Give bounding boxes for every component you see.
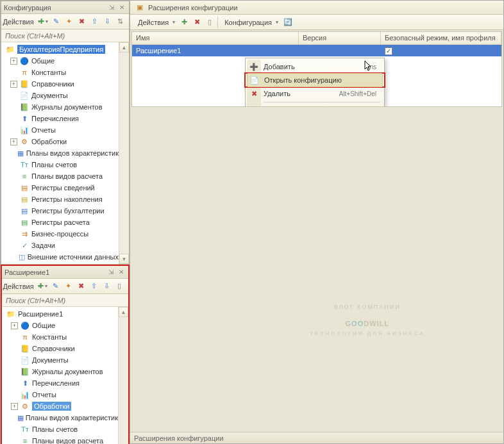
actions-dropdown[interactable]: Действия: [4, 15, 37, 28]
panel1-tree[interactable]: 📁БухгалтерияПредприятия+🔵ОбщиеπКонстанты…: [1, 42, 119, 264]
tree-label: Документы: [31, 92, 68, 99]
tree-item[interactable]: ⇉Бизнес-процессы: [1, 228, 119, 240]
tree-item[interactable]: 📗Журналы документов: [1, 101, 119, 113]
tree-item[interactable]: +🔵Общие: [1, 55, 119, 67]
panel2-header: Расширение1 ⇲ ✕: [2, 266, 128, 279]
add-button[interactable]: ✚: [36, 280, 49, 293]
tree-item[interactable]: ✓Задачи: [1, 240, 119, 251]
safe-checkbox[interactable]: ✓: [385, 47, 392, 55]
delete-button[interactable]: ✖: [74, 280, 87, 293]
tree-label: Планы видов характеристик: [26, 149, 119, 157]
wand-button[interactable]: ✦: [62, 15, 75, 28]
item-icon: ⚙: [19, 137, 29, 146]
edit-button[interactable]: ✎: [49, 15, 62, 28]
table-row[interactable]: Расширение1 ✓: [132, 45, 501, 56]
down-button[interactable]: ⇩: [101, 15, 113, 28]
scroll-down-icon[interactable]: ▼: [119, 254, 129, 264]
expand-icon[interactable]: +: [10, 58, 17, 65]
scroll-up-icon[interactable]: ▲: [119, 307, 128, 317]
col-name[interactable]: Имя: [132, 32, 299, 44]
open-button[interactable]: ▯: [203, 16, 216, 29]
tree-item[interactable]: ▤Регистры расчета: [1, 217, 119, 228]
menu-label: Удалить: [264, 90, 339, 97]
tree-item[interactable]: ≡Планы видов расчета: [2, 435, 118, 444]
sort-button[interactable]: ⇅: [113, 15, 126, 28]
tree-item[interactable]: ▤Регистры бухгалтерии: [1, 205, 119, 217]
panel1-close-icon[interactable]: ✕: [117, 3, 126, 12]
item-icon: 📗: [20, 367, 30, 376]
tree-label: Внешние источники данных: [28, 253, 119, 261]
tree-label: Регистры накопления: [31, 195, 103, 203]
tree-item[interactable]: +📒Справочники: [1, 78, 119, 90]
expand-icon[interactable]: +: [11, 322, 18, 329]
actions-dropdown[interactable]: Действия: [4, 280, 36, 293]
item-icon: ▤: [19, 218, 29, 227]
tree-item[interactable]: ⬆Перечисления: [2, 377, 118, 389]
tree-item[interactable]: ТтПланы счетов: [2, 423, 118, 435]
menu-shortcut: Alt+Shift+Del: [339, 90, 376, 97]
bottom-tab[interactable]: Расширения конфигурации: [130, 432, 503, 443]
panel1-search[interactable]: [1, 29, 129, 42]
tree-item[interactable]: ТтПланы счетов: [1, 159, 119, 170]
tree-item[interactable]: +⚙Обработки: [2, 400, 118, 412]
item-icon: Тт: [20, 425, 30, 434]
tree-item[interactable]: πКонстанты: [1, 67, 119, 78]
tree-item[interactable]: 📒Справочники: [2, 343, 118, 354]
menu-item[interactable]: 📄Открыть конфигурацию: [247, 73, 383, 87]
config-dropdown[interactable]: Конфигурация: [219, 16, 281, 29]
tree-root[interactable]: 📁БухгалтерияПредприятия: [1, 44, 119, 55]
tree-label: Расширение1: [18, 310, 63, 318]
cell-safe: ✓: [381, 46, 501, 56]
tree-item[interactable]: πКонстанты: [2, 331, 118, 343]
col-version[interactable]: Версия: [299, 32, 381, 44]
up-button[interactable]: ⇧: [88, 15, 101, 28]
search-input[interactable]: [5, 32, 125, 40]
tree-root[interactable]: 📁Расширение1: [2, 308, 118, 320]
extensions-table: Имя Версия Безопасный режим, имя профиля…: [131, 31, 502, 107]
menu-item[interactable]: ➕ДобавитьIns: [247, 60, 383, 74]
tree-label: Отчеты: [31, 126, 56, 134]
tree-item[interactable]: +🔵Общие: [2, 320, 118, 331]
tree-item[interactable]: ≡Планы видов расчета: [1, 170, 119, 182]
panel2-tree[interactable]: 📁Расширение1+🔵ОбщиеπКонстанты📒Справочник…: [2, 307, 118, 444]
tree-item[interactable]: 📊Отчеты: [2, 389, 118, 400]
expand-icon[interactable]: +: [11, 403, 18, 410]
col-safe[interactable]: Безопасный режим, имя профиля ...: [381, 32, 501, 44]
panel2-close-icon[interactable]: ✕: [116, 267, 126, 277]
down-button[interactable]: ⇩: [100, 280, 113, 293]
scroll-up-icon[interactable]: ▲: [119, 42, 129, 53]
tree-item[interactable]: ▤Регистры накопления: [1, 193, 119, 205]
tree-item[interactable]: ▦Планы видов характеристик: [2, 412, 118, 423]
tree-item[interactable]: ▦Планы видов характеристик: [1, 147, 119, 159]
actions-dropdown[interactable]: Действия: [133, 16, 178, 29]
scrollbar[interactable]: ▲ ▼: [119, 42, 129, 264]
tree-item[interactable]: ◫Внешние источники данных: [1, 251, 119, 263]
panel1-pin-icon[interactable]: ⇲: [106, 3, 116, 12]
menu-item[interactable]: ✖УдалитьAlt+Shift+Del: [247, 86, 383, 101]
extra-button[interactable]: ▯: [113, 280, 126, 293]
refresh-button[interactable]: 🔄: [281, 16, 295, 29]
tree-label: Общие: [31, 57, 55, 65]
scrollbar[interactable]: ▲ ▼: [118, 307, 128, 444]
tree-item[interactable]: 📄Документы: [2, 354, 118, 366]
edit-button[interactable]: ✎: [49, 280, 62, 293]
tree-item[interactable]: ▤Регистры сведений: [1, 182, 119, 193]
panel2-pin-icon[interactable]: ⇲: [106, 267, 115, 277]
tree-item[interactable]: 📗Журналы документов: [2, 366, 118, 377]
up-button[interactable]: ⇧: [87, 280, 100, 293]
wand-button[interactable]: ✦: [62, 280, 74, 293]
delete-button[interactable]: ✖: [75, 15, 88, 28]
tree-item[interactable]: 📊Отчеты: [1, 124, 119, 136]
delete-button[interactable]: ✖: [190, 16, 203, 29]
expand-icon[interactable]: +: [10, 138, 17, 145]
add-button[interactable]: ✚: [178, 16, 190, 29]
tree-item[interactable]: +⚙Обработки: [1, 136, 119, 147]
search-input[interactable]: [6, 297, 124, 304]
expand-icon[interactable]: +: [10, 81, 17, 88]
menu-label: Открыть конфигурацию: [264, 76, 376, 84]
add-button[interactable]: ✚: [37, 15, 49, 28]
menu-item[interactable]: Конфигурация: [247, 104, 383, 107]
panel2-search[interactable]: [2, 294, 128, 307]
tree-item[interactable]: ⬆Перечисления: [1, 113, 119, 124]
tree-item[interactable]: 📄Документы: [1, 90, 119, 101]
